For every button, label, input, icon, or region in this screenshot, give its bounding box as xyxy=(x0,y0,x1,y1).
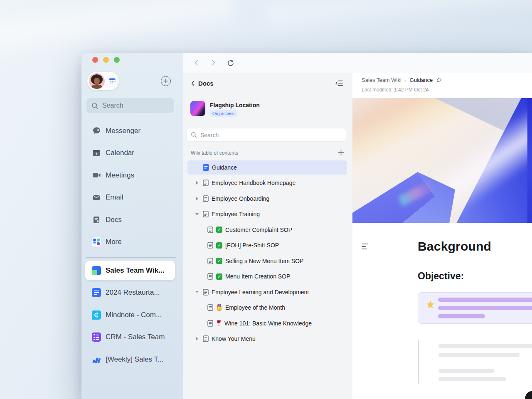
toc-item-label: Employee Training xyxy=(212,211,260,217)
sidebar-item-label: Email xyxy=(106,193,123,202)
callout-block[interactable] xyxy=(418,292,532,324)
doc-outline-icon xyxy=(203,195,209,202)
email-icon xyxy=(92,193,101,202)
breadcrumb-parent[interactable]: Sales Team Wiki xyxy=(362,77,401,83)
last-modified-text: Last modified: 1:42 PM Oct 24 xyxy=(362,87,429,93)
wiki-search-placeholder: Search xyxy=(200,132,219,138)
pin-icon[interactable] xyxy=(436,77,442,83)
doc-outline-icon xyxy=(203,211,209,217)
wiki-space-name: Flagship Location xyxy=(210,102,260,108)
sidebar-search-placeholder: Search xyxy=(102,102,123,109)
back-button[interactable] xyxy=(193,59,200,66)
toc-item[interactable]: Employee Onboarding xyxy=(187,191,347,207)
mindnote-app-icon xyxy=(92,310,101,320)
toc-item-label: Customer Complaint SOP xyxy=(225,227,292,233)
pinned-item-3[interactable]: Mindnote - Com... xyxy=(81,304,183,326)
toggle-placeholder xyxy=(194,165,200,170)
placeholder-text-bar xyxy=(438,369,495,373)
search-icon xyxy=(191,132,197,138)
sidebar-item-label: Docs xyxy=(106,216,122,224)
chevron-right-icon: › xyxy=(405,78,406,83)
forward-button[interactable] xyxy=(210,59,217,66)
toc-item-label: Selling s New Menu Item SOP xyxy=(225,258,303,264)
toc-item[interactable]: Know Your Menu xyxy=(187,331,347,347)
minimize-window-button[interactable] xyxy=(103,57,109,63)
wiki-space-icon xyxy=(190,101,205,116)
pinned-item-4[interactable]: CRM - Sales Team xyxy=(81,326,183,349)
triangle-right-icon[interactable] xyxy=(194,336,200,342)
avatar-body xyxy=(91,84,102,89)
toc-item[interactable]: ✓Menu Item Creation SOP xyxy=(187,269,347,285)
toc-item-label: Employee of the Month xyxy=(225,304,285,311)
document-view: Sales Team Wiki › Guidance Last modified… xyxy=(352,73,532,399)
refresh-button[interactable] xyxy=(227,59,234,67)
zoom-window-button[interactable] xyxy=(114,57,120,63)
sidebar-pinned-list: Sales Team Wik...2024 Restaurta...Mindno… xyxy=(81,259,183,371)
sidebar-item-label: Calendar xyxy=(106,149,134,157)
sidebar-nav-list: Messenger1CalendarMeetingsEmailDocsMore xyxy=(81,120,183,253)
close-window-button[interactable] xyxy=(92,57,98,63)
wiki-space-header[interactable]: Flagship Location Org access xyxy=(190,101,260,117)
pinned-item-label: CRM - Sales Team xyxy=(106,333,165,341)
toc-item-label: Wine 101: Basic Wine Knowledge xyxy=(224,320,312,327)
toc-item[interactable]: ✓Selling s New Menu Item SOP xyxy=(187,253,347,269)
calendar-icon: 1 xyxy=(92,148,101,158)
placeholder-text-bar xyxy=(438,377,506,381)
more-apps-icon xyxy=(92,237,101,246)
sidebar-item-more[interactable]: More xyxy=(81,231,183,254)
window-titlebar xyxy=(183,53,532,73)
chevron-left-icon xyxy=(190,81,196,86)
sidebar-item-messenger[interactable]: Messenger xyxy=(81,120,183,142)
sidebar-item-label: Meetings xyxy=(106,171,134,180)
toc-item[interactable]: Employee of the Month xyxy=(187,300,347,316)
sidebar-item-calendar[interactable]: 1Calendar xyxy=(81,142,183,165)
sidebar-item-meetings[interactable]: Meetings xyxy=(81,164,183,187)
toc-item[interactable]: ✓[FOH] Pre-Shift SOP xyxy=(187,238,347,254)
triangle-down-icon[interactable] xyxy=(194,289,200,295)
meetings-icon xyxy=(92,171,101,180)
sidebar-item-docs[interactable]: Docs xyxy=(81,209,183,231)
pinned-item-label: Sales Team Wik... xyxy=(106,266,164,275)
desktop-background: Search Messenger1CalendarMeetingsEmailDo… xyxy=(0,0,532,399)
add-page-icon[interactable] xyxy=(338,150,344,156)
placeholder-text-bar xyxy=(438,298,532,302)
messenger-icon xyxy=(92,126,101,135)
triangle-right-icon[interactable] xyxy=(194,180,200,186)
document-outline-icon[interactable] xyxy=(362,244,368,251)
pinned-item-5[interactable]: [Weekly] Sales T... xyxy=(81,348,183,371)
back-to-docs-button[interactable]: Docs xyxy=(190,80,214,87)
sidebar-search-input[interactable]: Search xyxy=(86,98,175,113)
breadcrumb-current: Guidance xyxy=(410,77,433,83)
gold-medal-emoji-icon xyxy=(216,304,222,311)
toc-item[interactable]: Employee Handbook Homepage xyxy=(187,175,347,191)
app-window: Search Messenger1CalendarMeetingsEmailDo… xyxy=(81,53,532,399)
sidebar-divider xyxy=(86,257,176,258)
sidebar-item-email[interactable]: Email xyxy=(81,187,183,209)
docs-panel-title: Docs xyxy=(198,80,214,87)
toc-item[interactable]: Guidance xyxy=(187,160,347,175)
docs-icon xyxy=(92,215,101,224)
calendar-app-badge-icon[interactable] xyxy=(107,76,118,86)
doc-outline-icon xyxy=(207,320,213,327)
pinned-item-1[interactable]: Sales Team Wik... xyxy=(85,261,175,280)
doc-filled-icon xyxy=(203,164,209,171)
toc-item[interactable]: ✓Customer Complaint SOP xyxy=(187,222,347,238)
document-body: Background Objective: xyxy=(352,223,532,399)
placeholder-text-bar xyxy=(438,344,532,348)
toc-item[interactable]: Employee Learning and Development xyxy=(187,284,347,300)
wiki-search-input[interactable]: Search xyxy=(187,128,346,141)
triangle-right-icon[interactable] xyxy=(194,196,200,202)
user-avatar[interactable] xyxy=(89,73,105,89)
toc-item[interactable]: Wine 101: Basic Wine Knowledge xyxy=(187,315,347,331)
add-account-button[interactable] xyxy=(161,76,171,86)
toc-item[interactable]: Employee Training xyxy=(187,207,347,222)
document-subheading: Objective: xyxy=(418,271,464,282)
placeholder-text-bar xyxy=(438,306,532,310)
pinned-item-2[interactable]: 2024 Restaurta... xyxy=(81,282,183,304)
collapse-panel-icon[interactable] xyxy=(335,79,343,87)
wiki-toc-tree: GuidanceEmployee Handbook HomepageEmploy… xyxy=(187,160,347,347)
triangle-down-icon[interactable] xyxy=(194,211,200,217)
pinned-item-label: Mindnote - Com... xyxy=(106,311,162,319)
profile-switcher[interactable] xyxy=(87,72,119,90)
toc-item-label: Know Your Menu xyxy=(212,335,256,342)
